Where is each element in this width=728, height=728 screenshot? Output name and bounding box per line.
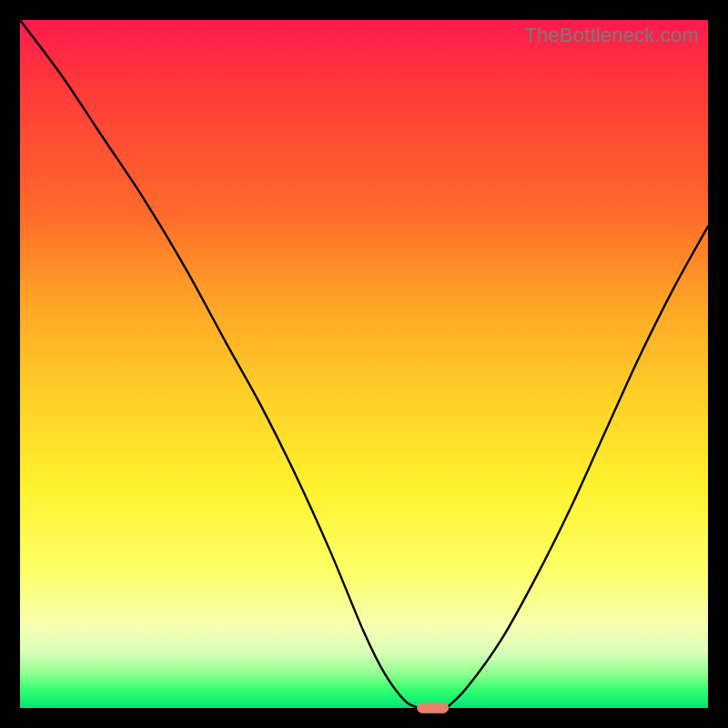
chart-svg (20, 20, 708, 708)
chart-frame: TheBottleneck.com (20, 20, 708, 708)
right-curve (447, 227, 708, 708)
trough-marker (418, 703, 449, 713)
left-curve (20, 20, 419, 708)
